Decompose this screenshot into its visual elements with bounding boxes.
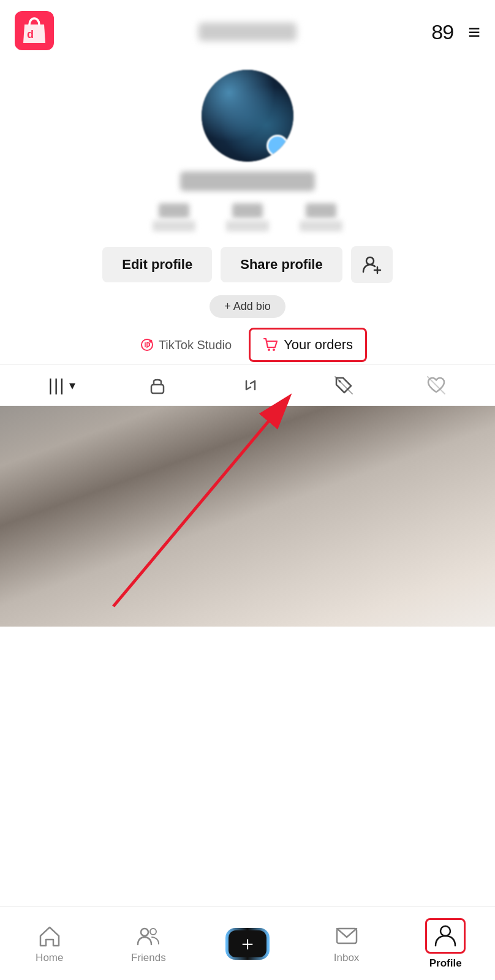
- nav-profile-label: Profile: [429, 957, 462, 970]
- profile-section: Edit profile Share profile + Add bio Tik…: [0, 64, 495, 364]
- add-friend-icon: [362, 255, 382, 274]
- svg-rect-9: [151, 385, 164, 393]
- nav-inbox[interactable]: Inbox: [297, 924, 396, 964]
- bottom-nav: Home Friends ＋ Inbox Pro: [0, 907, 495, 980]
- add-bio-button[interactable]: + Add bio: [210, 295, 285, 318]
- avatar-badge: [266, 135, 289, 157]
- orders-cart-icon: [263, 337, 279, 353]
- filter-tag[interactable]: [333, 375, 354, 396]
- filter-dropdown-chevron: ▾: [69, 378, 75, 393]
- tab-your-orders[interactable]: Your orders: [249, 328, 367, 362]
- tiktok-shop-logo[interactable]: d: [15, 11, 54, 53]
- nav-add-icon: ＋: [238, 930, 257, 957]
- svg-point-2: [366, 257, 374, 265]
- svg-point-14: [141, 929, 148, 936]
- stats-row: [153, 203, 342, 232]
- tiktok-studio-icon: [140, 338, 154, 352]
- share-profile-button[interactable]: Share profile: [221, 247, 342, 282]
- your-orders-label: Your orders: [284, 337, 353, 353]
- add-friend-button[interactable]: [351, 246, 393, 283]
- avatar: [202, 70, 293, 162]
- svg-text:d: d: [27, 28, 34, 40]
- header-right-icons: 89 ≡: [431, 20, 480, 44]
- menu-icon[interactable]: ≡: [468, 21, 480, 42]
- header-username: [198, 23, 297, 41]
- profile-tab-highlight-box: [425, 918, 466, 954]
- nav-home[interactable]: Home: [0, 924, 99, 964]
- nav-profile[interactable]: Profile: [396, 918, 495, 970]
- inbox-icon: [334, 924, 359, 948]
- heart-icon: [426, 375, 447, 396]
- stat-followers[interactable]: [226, 203, 269, 232]
- svg-point-8: [273, 349, 275, 351]
- tag-icon: [333, 375, 354, 396]
- header: d 89 ≡: [0, 0, 495, 64]
- repost-icon: [240, 375, 261, 396]
- nav-inbox-label: Inbox: [334, 952, 360, 964]
- tiktok-studio-label: TikTok Studio: [159, 338, 232, 352]
- svg-point-15: [150, 929, 156, 935]
- filter-like[interactable]: [426, 375, 447, 396]
- filter-repost[interactable]: [240, 375, 261, 396]
- profile-username-blurred: [180, 172, 315, 191]
- glasses-icon[interactable]: 89: [431, 20, 453, 44]
- svg-point-7: [268, 349, 270, 351]
- nav-add[interactable]: ＋: [198, 928, 297, 960]
- home-icon: [37, 924, 62, 948]
- edit-profile-button[interactable]: Edit profile: [102, 247, 212, 282]
- svg-point-17: [440, 926, 450, 936]
- filter-bars-icon: |||: [48, 375, 66, 395]
- filter-lock[interactable]: [147, 375, 168, 396]
- nav-home-label: Home: [36, 952, 63, 964]
- tab-tiktok-studio[interactable]: TikTok Studio: [128, 331, 244, 360]
- nav-friends-label: Friends: [131, 952, 166, 964]
- tab-row: TikTok Studio Your orders: [12, 328, 483, 362]
- nav-friends[interactable]: Friends: [99, 924, 198, 964]
- stat-likes[interactable]: [300, 203, 342, 232]
- stat-following[interactable]: [153, 203, 195, 232]
- action-buttons: Edit profile Share profile: [102, 246, 392, 283]
- content-grid: [0, 406, 495, 627]
- svg-point-6: [149, 340, 152, 343]
- profile-icon: [433, 922, 458, 947]
- filter-bar: ||| ▾: [0, 364, 495, 406]
- filter-bars-dropdown[interactable]: ||| ▾: [48, 375, 75, 395]
- friends-icon: [136, 924, 161, 948]
- lock-icon: [147, 375, 168, 396]
